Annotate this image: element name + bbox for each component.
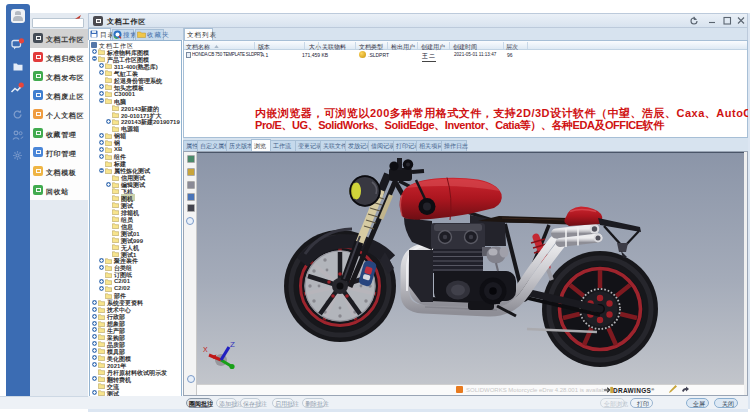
svg-text:Z: Z bbox=[230, 340, 235, 349]
svg-text:X: X bbox=[203, 346, 208, 353]
